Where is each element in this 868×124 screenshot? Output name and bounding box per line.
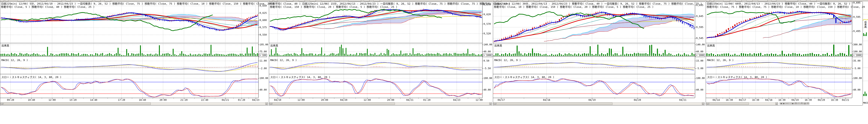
toolbar-button-fragment[interactable]: [66, 0, 71, 2]
chart-tool-button[interactable]: -: [788, 102, 791, 105]
toolbar-button-fragment[interactable]: [269, 0, 273, 2]
toolbar-button-fragment[interactable]: [41, 0, 47, 2]
chart-tool-button-row: ◀▶+-▶DIR@X: [780, 102, 809, 105]
toolbar-button-fragment[interactable]: [364, 0, 370, 2]
toolbar-button-fragment[interactable]: [736, 0, 742, 2]
price-axis-label: 9,495: [853, 30, 860, 32]
chart-tool-button[interactable]: ▶: [792, 102, 794, 105]
toolbar-button-fragment[interactable]: [299, 0, 305, 2]
volume-bar-fragment: [865, 92, 865, 96]
toolbar-button-fragment[interactable]: [493, 0, 497, 2]
chart-title-line2: 移動平均( Close, 5 ) 移動平均( Close, 40 ) 移動平均(…: [1, 5, 95, 8]
toolbar-button-fragment[interactable]: [373, 0, 380, 2]
toolbar-button-fragment[interactable]: [18, 0, 24, 2]
toolbar-button-fragment[interactable]: [559, 0, 564, 2]
toolbar-button-fragment[interactable]: [95, 0, 101, 2]
chart-tool-button[interactable]: +: [785, 102, 788, 105]
toolbar-button-fragment[interactable]: [785, 0, 798, 2]
toolbar-button-fragment[interactable]: [523, 0, 529, 2]
scrollbar-left-arrow-icon[interactable]: ◄: [270, 103, 272, 105]
toolbar-button-fragment[interactable]: [104, 0, 111, 2]
chart-tool-button[interactable]: ◀: [780, 102, 782, 105]
toolbar-button-fragment[interactable]: [534, 0, 540, 2]
toolbar-button-fragment[interactable]: [335, 0, 340, 2]
chart-canvas[interactable]: [706, 2, 862, 105]
toolbar-button-fragment[interactable]: [545, 0, 555, 2]
time-axis-label: 22:40: [201, 99, 208, 101]
volume-bar-fragment: [866, 94, 867, 96]
scrollbar-thumb[interactable]: [709, 103, 749, 105]
toolbar-button-fragment[interactable]: [52, 0, 62, 2]
horizontal-scrollbar[interactable]: ◄ ►: [706, 102, 778, 105]
volume-section-label: 出来高: [494, 43, 502, 47]
toolbar-button-fragment[interactable]: [810, 0, 817, 2]
price-axis-label: 9,695: [696, 4, 703, 7]
toolbar-button-fragment[interactable]: [597, 0, 604, 2]
scrollbar-left-arrow-icon[interactable]: ◄: [706, 103, 709, 105]
volume-bar-fragment: [863, 33, 864, 36]
toolbar-button-fragment[interactable]: [348, 0, 361, 2]
horizontal-scrollbar[interactable]: ◄ ►: [493, 102, 705, 105]
toolbar-button-fragment[interactable]: [80, 0, 92, 2]
time-axis-label: 10:40: [28, 99, 35, 101]
stoch-axis-label: 100.00: [484, 77, 492, 80]
toolbar-button-fragment[interactable]: [0, 0, 4, 2]
chart-title-line2: 移動平均( Close, 10 ) 移動平均( Close, 150 ) 移動平…: [494, 5, 654, 8]
chart-tool-button[interactable]: @: [804, 102, 806, 105]
chart-tool-button[interactable]: I: [798, 102, 800, 105]
toolbar-button-fragment[interactable]: [706, 0, 710, 2]
price-axis-label: 9,520: [484, 32, 491, 35]
toolbar-button-fragment[interactable]: [30, 0, 36, 2]
toolbar-button-fragment[interactable]: [5, 0, 8, 2]
gridline-fragment: [863, 68, 868, 68]
chart-tool-button[interactable]: R: [801, 102, 803, 105]
scrollbar-left-arrow-icon[interactable]: ◄: [1, 103, 3, 105]
chart-canvas[interactable]: [493, 2, 705, 105]
chart-tool-button[interactable]: D: [795, 102, 797, 105]
price-axis-label: 9,545: [696, 37, 703, 40]
scrollbar-right-arrow-icon[interactable]: ►: [702, 103, 705, 105]
toolbar-button-fragment[interactable]: [758, 0, 768, 2]
toolbar-fragment-strip: [0, 0, 868, 2]
time-axis-label: 04/20: [340, 99, 347, 101]
stoch-axis-label: 100.00: [259, 77, 268, 80]
scrollbar-thumb[interactable]: [272, 103, 395, 105]
scrollbar-thumb[interactable]: [496, 103, 613, 105]
toolbar-button-fragment[interactable]: [747, 0, 753, 2]
toolbar-button-fragment[interactable]: [572, 0, 585, 2]
time-axis-label: 01:20: [423, 99, 430, 101]
volume-section-label: 出来高: [1, 43, 9, 47]
scrollbar-right-arrow-icon[interactable]: ►: [775, 103, 778, 105]
toolbar-button-fragment[interactable]: [286, 0, 293, 2]
chart-canvas[interactable]: [269, 2, 493, 105]
stoch-axis-label: 100.00: [853, 77, 862, 80]
chart-tool-button[interactable]: X: [807, 102, 809, 105]
toolbar-button-fragment[interactable]: [801, 0, 806, 2]
scrollbar-left-arrow-icon[interactable]: ◄: [494, 103, 496, 105]
toolbar-button-fragment[interactable]: [772, 0, 776, 2]
scrollbar-right-arrow-icon[interactable]: ►: [489, 103, 492, 105]
time-axis-label: 13:20: [69, 99, 77, 101]
horizontal-scrollbar[interactable]: ◄ ►: [269, 102, 492, 105]
horizontal-scrollbar[interactable]: ◄ ►: [0, 102, 268, 105]
toolbar-button-fragment[interactable]: [588, 0, 593, 2]
toolbar-button-fragment[interactable]: [498, 0, 501, 2]
price-axis-label: 9,695: [853, 1, 860, 4]
macd-section-label: MACD( 12, 26, 9 ): [494, 58, 521, 61]
time-axis-label: 04/20: [634, 99, 641, 101]
chart-tool-button[interactable]: ▶: [782, 102, 785, 105]
macd-axis-label: -2.00: [259, 67, 267, 70]
toolbar-button-fragment[interactable]: [274, 0, 277, 2]
toolbar-button-fragment[interactable]: [321, 0, 331, 2]
volume-multiplier-box: × 1000: [483, 54, 492, 57]
chart-canvas[interactable]: [0, 2, 269, 105]
toolbar-button-fragment[interactable]: [310, 0, 316, 2]
time-axis-label: 21:20: [181, 99, 188, 101]
toolbar-button-fragment[interactable]: [723, 0, 730, 2]
scrollbar-thumb[interactable]: [3, 103, 151, 105]
toolbar-button-fragment[interactable]: [510, 0, 517, 2]
price-axis-label: 9,625: [259, 11, 267, 15]
toolbar-button-fragment[interactable]: [711, 0, 714, 2]
macd-section-label: MACD(: [863, 102, 868, 104]
scrollbar-right-arrow-icon[interactable]: ►: [265, 103, 268, 105]
